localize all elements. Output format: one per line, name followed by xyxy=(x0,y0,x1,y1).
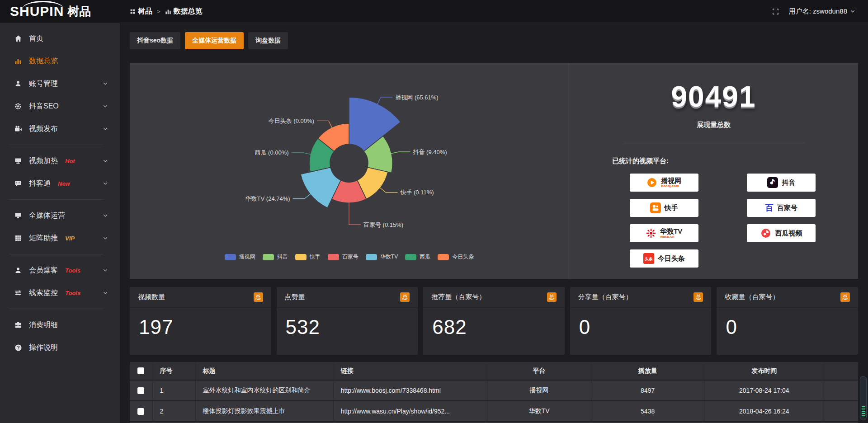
breadcrumb: 树品 > 数据总览 xyxy=(120,7,203,16)
cell-checkbox xyxy=(130,380,152,401)
sidebar-item-user[interactable]: 账号管理 xyxy=(0,72,120,95)
platform-badge-kuaishou: 快手 xyxy=(630,199,698,217)
stat-card-header: 收藏量（百家号）总 xyxy=(717,287,858,308)
stat-card-value: 532 xyxy=(277,308,418,338)
stat-card-value: 0 xyxy=(570,308,712,338)
chevron-down-icon xyxy=(103,181,108,186)
platform-subtext: boosj.com xyxy=(661,184,681,188)
sidebar-item-label: 抖客通 xyxy=(29,179,51,188)
video-table-wrap: 序号标题链接平台播放量发布时间 1室外水纹灯和室内水纹灯的区别和简介http:/… xyxy=(130,362,858,423)
pie-label-5: 西瓜 (0.00%) xyxy=(255,149,288,156)
select-all-checkbox[interactable] xyxy=(137,367,144,374)
total-badge[interactable]: 总 xyxy=(400,292,410,302)
stat-card-header: 视频数量总 xyxy=(130,287,271,308)
sidebar-nav: 首页数据总览账号管理抖音SEO视频发布视频加热Hot抖客通New全媒体运营矩阵助… xyxy=(0,27,120,359)
legend-swatch xyxy=(366,254,377,260)
pie-label-6: 今日头条 (0.00%) xyxy=(269,118,314,124)
stat-card-header: 推荐量（百家号）总 xyxy=(423,287,565,308)
stat-card-header: 分享量（百家号）总 xyxy=(570,287,712,308)
platform-name-wrap: 百家号 xyxy=(777,204,797,212)
home-icon xyxy=(14,34,23,42)
stat-card-4: 收藏量（百家号）总0 xyxy=(717,287,858,355)
legend-label: 西瓜 xyxy=(420,253,430,261)
legend-item-4[interactable]: 华数TV xyxy=(366,253,398,261)
legend-swatch xyxy=(295,254,307,260)
help-icon: ? xyxy=(14,343,23,352)
total-badge[interactable]: 总 xyxy=(840,292,850,302)
cell-link[interactable]: http://www.wasu.cn/Play/show/id/952... xyxy=(333,401,487,422)
grid-icon xyxy=(130,9,136,14)
scroll-widget[interactable] xyxy=(860,376,867,420)
legend-item-6[interactable]: 今日头条 xyxy=(438,253,474,261)
wallet-icon xyxy=(14,321,23,329)
cell-link[interactable]: http://www.boosj.com/7338468.html xyxy=(333,380,487,401)
cell-title[interactable]: 楼体投影灯投影效果震撼上市 xyxy=(195,401,333,422)
sidebar-item-gear[interactable]: 抖音SEO xyxy=(0,95,120,118)
chevron-down-icon xyxy=(103,290,108,296)
wasu-logo-icon xyxy=(646,228,656,239)
sidebar-item-label: 消费明细 xyxy=(29,320,58,330)
cell-time: 2017-08-24 17:04 xyxy=(704,380,824,401)
sidebar-item-matrix[interactable]: 矩阵助推VIP xyxy=(0,227,120,249)
legend-label: 华数TV xyxy=(380,253,398,261)
column-header-5: 发布时间 xyxy=(704,362,824,380)
cell-time: 2018-04-26 16:24 xyxy=(704,401,824,422)
tab-1[interactable]: 全媒体运营数据 xyxy=(185,32,244,49)
legend-swatch xyxy=(328,254,339,260)
pie-label-line-3 xyxy=(349,202,361,225)
sidebar-item-display[interactable]: 视频加热Hot xyxy=(0,150,120,172)
total-badge[interactable]: 总 xyxy=(547,292,557,302)
row-checkbox[interactable] xyxy=(137,387,144,394)
user-menu[interactable]: 用户名: zswodun88 xyxy=(789,7,855,16)
breadcrumb-item-home[interactable]: 树品 xyxy=(130,7,152,16)
breadcrumb-item-current[interactable]: 数据总览 xyxy=(165,7,203,16)
total-badge[interactable]: 总 xyxy=(254,292,263,302)
tab-2[interactable]: 询盘数据 xyxy=(248,32,288,49)
stat-card-value: 197 xyxy=(130,308,271,338)
column-header-4: 播放量 xyxy=(591,362,704,380)
rose-pie-chart: 播视网 (65.61%)抖音 (9.40%)快手 (0.11%)百家号 (0.1… xyxy=(130,63,569,279)
total-badge[interactable]: 总 xyxy=(693,292,703,302)
legend-item-2[interactable]: 快手 xyxy=(295,253,321,261)
sidebar-item-chat[interactable]: 抖客通New xyxy=(0,172,120,195)
matrix-icon xyxy=(14,234,23,242)
sidebar-item-member[interactable]: 会员爆客Tools xyxy=(0,259,120,282)
legend-item-5[interactable]: 西瓜 xyxy=(405,253,430,261)
stat-card-title: 分享量（百家号） xyxy=(578,293,632,301)
pie-slice-4[interactable] xyxy=(301,167,341,208)
cell-title[interactable]: 室外水纹灯和室内水纹灯的区别和简介 xyxy=(195,380,333,401)
legend-item-0[interactable]: 播视网 xyxy=(225,253,255,261)
platform-name: 百家号 xyxy=(777,204,797,212)
sidebar-item-label: 线索监控 xyxy=(29,288,58,298)
sliders-icon xyxy=(14,289,23,297)
sidebar-item-label: 数据总览 xyxy=(29,56,58,66)
sidebar: 首页数据总览账号管理抖音SEO视频发布视频加热Hot抖客通New全媒体运营矩阵助… xyxy=(0,23,120,423)
sidebar-item-help[interactable]: ?操作说明 xyxy=(0,336,120,359)
tab-0[interactable]: 抖音seo数据 xyxy=(130,32,180,49)
fullscreen-icon[interactable] xyxy=(772,8,779,15)
sidebar-item-camera[interactable]: 视频发布 xyxy=(0,118,120,140)
sidebar-item-monitor[interactable]: 全媒体运营 xyxy=(0,204,120,227)
legend-item-3[interactable]: 百家号 xyxy=(328,253,359,261)
sidebar-item-wallet[interactable]: 消费明细 xyxy=(0,314,120,336)
stat-card-1: 点赞量总532 xyxy=(277,287,418,355)
platform-grid: 播视网boosj.com抖音快手百百家号华数TVwasu.cn西瓜视频头条今日头… xyxy=(569,174,858,268)
sidebar-item-tag: VIP xyxy=(65,235,75,242)
pie-chart-svg: 播视网 (65.61%)抖音 (9.40%)快手 (0.11%)百家号 (0.1… xyxy=(130,63,569,279)
legend-item-1[interactable]: 抖音 xyxy=(263,253,288,261)
sidebar-divider xyxy=(9,254,104,254)
sidebar-item-sliders[interactable]: 线索监控Tools xyxy=(0,282,120,304)
toutiao-logo-icon: 头条 xyxy=(643,253,654,264)
sidebar-divider xyxy=(9,145,104,145)
stat-cards-row: 视频数量总197点赞量总532推荐量（百家号）总682分享量（百家号）总0收藏量… xyxy=(130,287,858,355)
chevron-down-icon xyxy=(103,126,108,132)
platform-name: 华数TV xyxy=(660,228,682,235)
sidebar-item-label: 抖音SEO xyxy=(29,102,59,111)
logo-text-en: SHUPIN xyxy=(10,5,64,18)
pie-label-2: 快手 (0.11%) xyxy=(400,189,434,196)
cell-empty xyxy=(824,401,858,422)
sidebar-item-home[interactable]: 首页 xyxy=(0,27,120,50)
row-checkbox[interactable] xyxy=(137,408,144,415)
bars-icon xyxy=(14,57,23,65)
sidebar-item-bars[interactable]: 数据总览 xyxy=(0,50,120,72)
